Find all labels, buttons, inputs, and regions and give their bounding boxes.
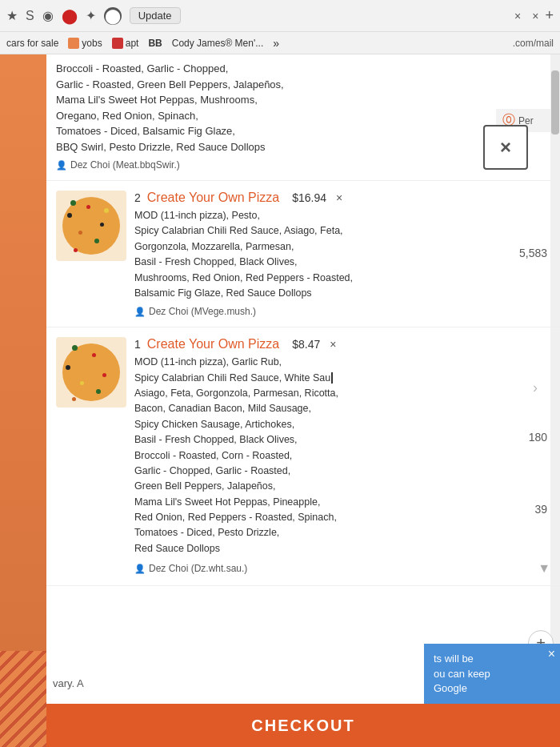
- bookmark-cars[interactable]: cars for sale: [6, 38, 58, 49]
- puzzle-icon[interactable]: ✦: [86, 8, 96, 23]
- item-owner-partial: Dez Choi (Meat.bbqSwir.): [56, 159, 550, 171]
- item-header-2: 1 Create Your Own Pizza $8.47 ×: [134, 337, 550, 351]
- bookmark-icon-yobs: [68, 38, 79, 49]
- topping: [104, 208, 109, 213]
- topping: [74, 248, 78, 252]
- topping: [100, 223, 104, 227]
- order-item-1: 2 Create Your Own Pizza $16.94 × MOD (11…: [46, 181, 560, 327]
- right-number-1: 5,583: [519, 247, 547, 259]
- more-bookmarks-button[interactable]: »: [273, 37, 279, 50]
- red-icon[interactable]: ⬤: [62, 7, 78, 25]
- bookmark-apt[interactable]: apt: [112, 38, 139, 49]
- star-icon[interactable]: ★: [6, 8, 18, 23]
- owner-name-1: Dez Choi (MVege.mush.): [149, 306, 256, 317]
- owner-name: Dez Choi (Meat.bbqSwir.): [70, 159, 180, 171]
- topping: [72, 397, 76, 401]
- topping: [67, 213, 72, 218]
- topping: [94, 239, 99, 243]
- close-icon-2[interactable]: ×: [532, 10, 538, 22]
- order-item-2: 1 Create Your Own Pizza $8.47 × MOD (11-…: [46, 327, 560, 586]
- overlay-close-button[interactable]: ×: [483, 125, 528, 170]
- close-icon[interactable]: ×: [514, 10, 521, 22]
- scrollbar-thumb[interactable]: [551, 70, 559, 135]
- bookmark-yobs[interactable]: yobs: [68, 38, 102, 49]
- bookmarks-bar: cars for sale yobs apt BB Cody James® Me…: [0, 32, 560, 54]
- s-icon[interactable]: S: [26, 9, 34, 23]
- pizza-image-1: [56, 191, 126, 261]
- pizza-image-2: [56, 337, 126, 408]
- item-desc-1: MOD (11-inch pizza), Pesto, Spicy Calabr…: [134, 208, 550, 301]
- item-price-1: $16.94: [292, 191, 326, 204]
- right-number-3: 39: [534, 503, 547, 516]
- bookmark-icon-apt: [112, 38, 123, 49]
- topping: [78, 231, 82, 235]
- item-remove-2[interactable]: ×: [330, 338, 336, 351]
- pizza-base: [62, 197, 120, 255]
- bookmark-label: cars for sale: [6, 38, 58, 49]
- bookmark-bb[interactable]: BB: [148, 38, 162, 49]
- item-qty-1: 2: [134, 191, 141, 204]
- item-user-1: Dez Choi (MVege.mush.): [134, 306, 550, 317]
- vary-text: vary. A: [46, 674, 90, 693]
- text-cursor: [331, 372, 333, 384]
- main-container: ⓪ Per × Broccoli - Roasted, Garlic - Cho…: [0, 54, 560, 747]
- item-user-2: Dez Choi (Dz.wht.sau.) ▼: [134, 561, 550, 576]
- checkout-label: CHECKOUT: [251, 717, 354, 735]
- item-details-1: 2 Create Your Own Pizza $16.94 × MOD (11…: [134, 191, 550, 317]
- item-name-1: Create Your Own Pizza: [147, 191, 279, 205]
- update-button[interactable]: Update: [130, 7, 181, 24]
- item-name-2: Create Your Own Pizza: [147, 337, 279, 351]
- toolbar-icons: ★ S ◉ ⬤ ✦ ⬤ Update: [6, 7, 508, 25]
- right-arrow-icon[interactable]: ›: [533, 380, 538, 396]
- item-description-partial: Broccoli - Roasted, Garlic - Chopped, Ga…: [56, 61, 550, 155]
- item-qty-2: 1: [134, 338, 141, 351]
- dropdown-icon[interactable]: ▼: [538, 561, 550, 576]
- topping: [70, 200, 76, 206]
- bookmark-bb-label: BB: [148, 38, 162, 49]
- owner-name-2: Dez Choi (Dz.wht.sau.): [149, 563, 247, 574]
- bookmark-cody[interactable]: Cody James® Men'...: [172, 38, 264, 49]
- item-price-2: $8.47: [292, 338, 320, 351]
- topping: [86, 205, 90, 209]
- right-number-2: 180: [529, 431, 547, 444]
- sidebar-stripe-decoration: [0, 651, 46, 747]
- profile-icon[interactable]: ⬤: [104, 7, 122, 25]
- google-popup-text: ts will be ou can keep Google: [434, 652, 550, 696]
- person-icon-1: [134, 306, 146, 317]
- bookmark-label: apt: [126, 38, 139, 49]
- circle-icon[interactable]: ◉: [42, 8, 54, 23]
- google-popup: × ts will be ou can keep Google: [424, 644, 560, 704]
- item-details-2: 1 Create Your Own Pizza $8.47 × MOD (11-…: [134, 337, 550, 576]
- left-sidebar: [0, 54, 46, 747]
- person-icon-2: [134, 563, 146, 574]
- bookmark-label: yobs: [82, 38, 102, 49]
- google-popup-close-button[interactable]: ×: [548, 647, 555, 661]
- item-header-1: 2 Create Your Own Pizza $16.94 ×: [134, 191, 550, 205]
- item-remove-1[interactable]: ×: [336, 191, 342, 204]
- pizza-base-2: [62, 343, 120, 401]
- person-icon: [56, 159, 67, 171]
- new-tab-button[interactable]: +: [545, 7, 554, 24]
- item-desc-2: MOD (11-inch pizza), Garlic Rub, Spicy C…: [134, 355, 550, 556]
- checkout-bar[interactable]: CHECKOUT: [46, 704, 560, 747]
- url-display: .com/mail: [513, 38, 554, 49]
- main-content: ⓪ Per × Broccoli - Roasted, Garlic - Cho…: [46, 54, 560, 747]
- bookmark-label: Cody James® Men'...: [172, 38, 264, 49]
- browser-toolbar: ★ S ◉ ⬤ ✦ ⬤ Update × × +: [0, 0, 560, 32]
